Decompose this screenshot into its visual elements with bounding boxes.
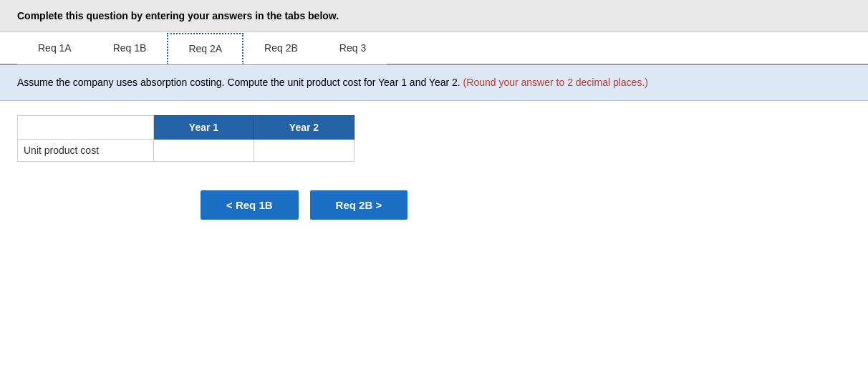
tabs-row: Req 1A Req 1B Req 2A Req 2B Req 3: [0, 32, 868, 65]
year2-input[interactable]: [256, 141, 352, 160]
tab-req-2a[interactable]: Req 2A: [167, 33, 243, 64]
year1-input-cell[interactable]: [154, 140, 254, 162]
tab-req-1a[interactable]: Req 1A: [17, 33, 92, 64]
tab-req-2b[interactable]: Req 2B: [243, 33, 319, 64]
year1-input[interactable]: [155, 141, 252, 160]
data-table: Year 1 Year 2 Unit product cost: [17, 115, 355, 162]
page-wrapper: Complete this question by entering your …: [0, 0, 868, 385]
description-main: Assume the company uses absorption costi…: [17, 77, 460, 88]
tab-req-3[interactable]: Req 3: [319, 33, 387, 64]
empty-header: [18, 116, 154, 140]
year2-header: Year 2: [254, 116, 355, 140]
table-row: Unit product cost: [18, 140, 355, 162]
description-note: (Round your answer to 2 decimal places.): [460, 77, 648, 88]
year1-header: Year 1: [154, 116, 254, 140]
nav-buttons: < Req 1B Req 2B >: [0, 176, 868, 234]
instruction-bar: Complete this question by entering your …: [0, 0, 868, 32]
next-button[interactable]: Req 2B >: [310, 190, 408, 220]
instruction-text: Complete this question by entering your …: [17, 10, 339, 21]
year2-input-cell[interactable]: [254, 140, 355, 162]
table-area: Year 1 Year 2 Unit product cost: [0, 101, 868, 176]
description-section: Assume the company uses absorption costi…: [0, 65, 868, 101]
prev-button[interactable]: < Req 1B: [201, 190, 299, 220]
tab-req-1b[interactable]: Req 1B: [92, 33, 168, 64]
row-label: Unit product cost: [18, 140, 154, 162]
